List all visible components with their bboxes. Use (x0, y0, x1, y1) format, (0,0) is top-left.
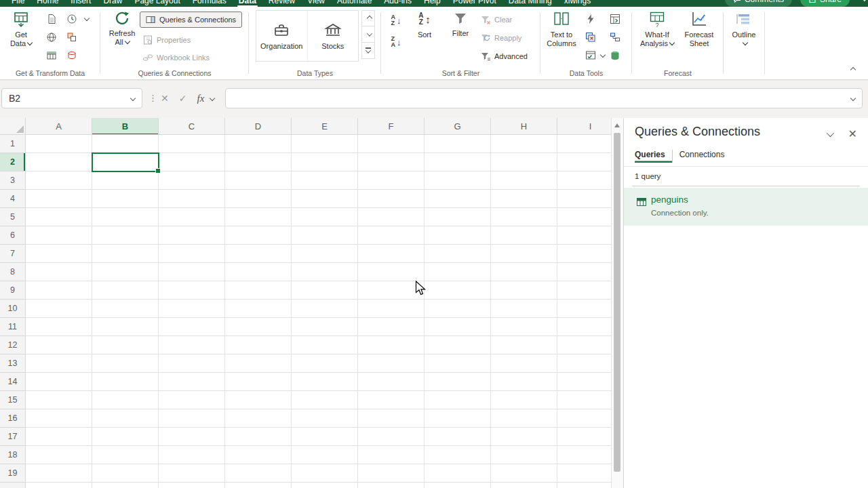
data-type-stocks[interactable]: Stocks (307, 11, 359, 61)
manage-data-model-button[interactable] (607, 47, 623, 64)
column-header-C[interactable]: C (159, 118, 225, 135)
formula-input[interactable] (225, 88, 863, 108)
ribbon-tab-help[interactable]: Help (418, 0, 447, 7)
column-header-D[interactable]: D (225, 118, 292, 135)
pane-tab-queries[interactable]: Queries (635, 150, 672, 163)
what-if-analysis-button[interactable]: ? What-If Analysis (637, 9, 677, 66)
column-header-F[interactable]: F (358, 118, 425, 135)
ribbon-tab-power-pivot[interactable]: Power Pivot (447, 0, 502, 7)
collapse-ribbon-icon[interactable] (850, 67, 856, 73)
flash-fill-button[interactable] (583, 11, 599, 27)
reapply-filter-button[interactable]: Reapply (480, 30, 521, 45)
remove-duplicates-button[interactable] (583, 29, 599, 45)
row-header-18[interactable]: 18 (0, 446, 25, 464)
gallery-expand-button[interactable] (361, 43, 375, 59)
gallery-up-button[interactable] (361, 10, 375, 26)
ribbon-tab-add-ins[interactable]: Add-ins (378, 0, 418, 7)
chevron-down-icon[interactable] (850, 96, 856, 101)
ribbon-tab-insert[interactable]: Insert (64, 0, 97, 7)
ribbon-tab-data[interactable]: Data (233, 0, 262, 7)
column-header-G[interactable]: G (425, 118, 491, 135)
outline-button[interactable]: Outline (728, 9, 760, 66)
ribbon-tab-formulas[interactable]: Formulas (186, 0, 233, 7)
ribbon-tab-view[interactable]: View (301, 0, 331, 7)
ribbon-tab-home[interactable]: Home (31, 0, 64, 7)
row-header-12[interactable]: 12 (0, 336, 25, 354)
select-all-corner[interactable] (0, 118, 26, 135)
clear-filter-button[interactable]: Clear (480, 12, 512, 27)
chevron-down-icon[interactable] (210, 96, 215, 101)
row-header-9[interactable]: 9 (0, 281, 25, 300)
from-web-button[interactable] (43, 29, 60, 45)
gallery-down-button[interactable] (361, 26, 375, 43)
pane-close-icon[interactable]: ✕ (848, 129, 857, 140)
enter-icon[interactable]: ✓ (179, 93, 187, 104)
ribbon-tab-xlwings[interactable]: xlwings (558, 0, 597, 7)
advanced-filter-button[interactable]: Advanced (480, 49, 528, 64)
formula-bar-splitter[interactable]: ⋮ (149, 93, 157, 103)
refresh-all-button[interactable]: Refresh All (106, 9, 138, 66)
sort-ascending-button[interactable]: AZ↓ (387, 11, 406, 30)
relationships-button[interactable] (607, 29, 623, 45)
row-header-2[interactable]: 2 (0, 153, 25, 171)
data-validation-button[interactable] (583, 47, 599, 64)
row-header-14[interactable]: 14 (0, 373, 25, 391)
from-text-csv-button[interactable] (43, 11, 60, 27)
sort-button[interactable]: AZ↕ Sort (408, 9, 441, 66)
data-type-organization[interactable]: Organization (256, 11, 307, 61)
queries-connections-toggle[interactable]: Queries & Connections (140, 12, 242, 28)
chevron-down-icon[interactable] (84, 16, 90, 21)
sort-descending-button[interactable]: ZA↓ (387, 33, 406, 52)
cancel-icon[interactable]: ✕ (161, 93, 169, 104)
row-header-4[interactable]: 4 (0, 190, 25, 208)
share-button[interactable]: Share (800, 0, 850, 7)
vertical-scrollbar[interactable] (611, 118, 623, 488)
row-header-8[interactable]: 8 (0, 263, 25, 281)
column-header-E[interactable]: E (292, 118, 358, 135)
row-header-13[interactable]: 13 (0, 354, 25, 373)
row-header-6[interactable]: 6 (0, 226, 25, 245)
ribbon-tab-automate[interactable]: Automate (331, 0, 378, 7)
ribbon-tab-data-mining[interactable]: Data Mining (502, 0, 558, 7)
get-data-button[interactable]: Get Data (5, 9, 37, 66)
scroll-up-icon[interactable] (614, 123, 620, 127)
data-source-button[interactable] (64, 47, 80, 64)
insert-function-icon[interactable]: fx (197, 93, 204, 104)
ribbon-tab-file[interactable]: File (5, 0, 31, 7)
scrollbar-thumb[interactable] (614, 133, 620, 472)
ribbon-tab-review[interactable]: Review (262, 0, 301, 7)
row-header-15[interactable]: 15 (0, 391, 25, 409)
chevron-down-icon[interactable] (600, 52, 606, 58)
comments-button[interactable]: Comments (725, 0, 792, 7)
from-table-range-button[interactable] (43, 47, 60, 64)
filter-button[interactable]: Filter (445, 9, 476, 66)
sheet-grid[interactable] (26, 135, 611, 488)
row-header-11[interactable]: 11 (0, 318, 25, 336)
chevron-down-icon[interactable] (130, 96, 136, 101)
ribbon-tab-draw[interactable]: Draw (97, 0, 128, 7)
row-header-16[interactable]: 16 (0, 409, 25, 428)
window-chevron-icon[interactable] (861, 0, 868, 1)
column-header-I[interactable]: I (557, 118, 611, 135)
row-header-17[interactable]: 17 (0, 428, 25, 446)
column-header-B[interactable]: B (92, 118, 159, 135)
column-header-A[interactable]: A (26, 118, 92, 135)
existing-connections-button[interactable] (64, 29, 80, 45)
row-header-10[interactable]: 10 (0, 300, 25, 318)
row-header-19[interactable]: 19 (0, 464, 25, 483)
recent-sources-button[interactable] (64, 11, 80, 27)
pane-tab-connections[interactable]: Connections (672, 150, 732, 163)
row-header-7[interactable]: 7 (0, 245, 25, 263)
row-header-5[interactable]: 5 (0, 208, 25, 226)
workbook-links-button[interactable]: Workbook Links (142, 50, 210, 65)
pane-options-chevron-icon[interactable] (826, 129, 833, 137)
forecast-sheet-button[interactable]: Forecast Sheet (679, 9, 719, 66)
name-box[interactable]: B2 (1, 88, 142, 108)
column-header-H[interactable]: H (491, 118, 557, 135)
consolidate-button[interactable] (607, 11, 623, 27)
properties-button[interactable]: Properties (142, 33, 191, 47)
ribbon-tab-page-layout[interactable]: Page Layout (128, 0, 186, 7)
row-header-1[interactable]: 1 (0, 135, 25, 153)
text-to-columns-button[interactable]: Text to Columns (543, 9, 580, 66)
row-header-3[interactable]: 3 (0, 171, 25, 190)
